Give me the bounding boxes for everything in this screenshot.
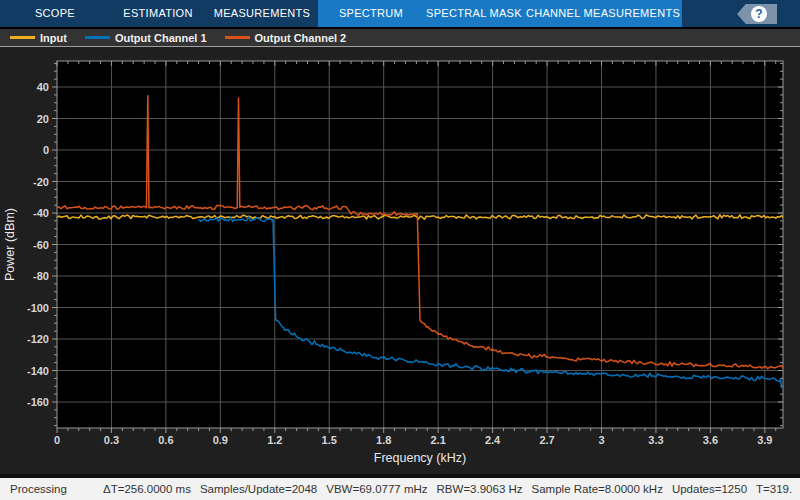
svg-text:-20: -20 <box>33 176 49 188</box>
svg-text:1.8: 1.8 <box>376 434 391 446</box>
spectrum-plot[interactable]: 00.30.60.91.21.51.82.12.42.733.33.63.940… <box>0 48 800 482</box>
tab-channel-measurements[interactable]: CHANNEL MEASUREMENTS <box>524 0 682 27</box>
svg-text:3.3: 3.3 <box>648 434 663 446</box>
svg-text:-140: -140 <box>27 365 49 377</box>
svg-text:1.5: 1.5 <box>322 434 337 446</box>
status-vbw: VBW=69.0777 mHz <box>326 483 427 495</box>
svg-text:-160: -160 <box>27 396 49 408</box>
help-icon: ? <box>751 6 767 22</box>
svg-text:0: 0 <box>54 434 60 446</box>
output-channel-2-line-swatch <box>225 36 250 39</box>
svg-text:0: 0 <box>43 144 49 156</box>
toolstrip-tabbar: SCOPE ESTIMATION MEASUREMENTS SPECTRUM S… <box>0 0 800 27</box>
tab-estimation[interactable]: ESTIMATION <box>110 0 206 27</box>
legend-label: Input <box>40 32 67 44</box>
svg-text:0.3: 0.3 <box>104 434 119 446</box>
status-time: T=319. <box>756 483 792 495</box>
tab-spectrum[interactable]: SPECTRUM <box>318 0 424 27</box>
status-bar: Processing ΔT=256.0000 ms Samples/Update… <box>0 478 800 500</box>
output-channel-1-line-swatch <box>85 36 110 39</box>
help-button[interactable]: ? <box>737 4 777 24</box>
svg-text:-40: -40 <box>33 207 49 219</box>
svg-text:0.9: 0.9 <box>213 434 228 446</box>
svg-text:20: 20 <box>37 113 49 125</box>
status-state: Processing <box>10 483 103 495</box>
svg-text:-100: -100 <box>27 302 49 314</box>
x-tick-labels: 00.30.60.91.21.51.82.12.42.733.33.63.9 <box>54 434 773 446</box>
legend-item-output-channel-1[interactable]: Output Channel 1 <box>85 32 207 44</box>
tab-spectral-mask[interactable]: SPECTRAL MASK <box>424 0 524 27</box>
status-updates: Updates=1250 <box>672 483 747 495</box>
svg-text:-60: -60 <box>33 239 49 251</box>
status-sample-rate: Sample Rate=8.0000 kHz <box>532 483 663 495</box>
svg-text:0.6: 0.6 <box>158 434 173 446</box>
status-rbw: RBW=3.9063 Hz <box>437 483 523 495</box>
x-axis-label: Frequency (kHz) <box>374 451 466 465</box>
svg-text:2.4: 2.4 <box>485 434 501 446</box>
svg-text:3: 3 <box>598 434 604 446</box>
svg-text:2.7: 2.7 <box>539 434 554 446</box>
svg-text:40: 40 <box>37 81 49 93</box>
tab-scope[interactable]: SCOPE <box>0 0 110 27</box>
status-delta-t: ΔT=256.0000 ms <box>103 483 191 495</box>
legend-bar: Input Output Channel 1 Output Channel 2 <box>0 29 800 47</box>
svg-text:-120: -120 <box>27 333 49 345</box>
spectrum-analyzer-window: SCOPE ESTIMATION MEASUREMENTS SPECTRUM S… <box>0 0 800 500</box>
y-tick-labels: 40200-20-40-60-80-100-120-140-160 <box>27 81 49 408</box>
svg-text:1.2: 1.2 <box>267 434 282 446</box>
svg-text:3.9: 3.9 <box>757 434 772 446</box>
tab-measurements[interactable]: MEASUREMENTS <box>206 0 318 27</box>
input-line-swatch <box>10 36 35 39</box>
legend-item-input[interactable]: Input <box>10 32 67 44</box>
svg-text:-80: -80 <box>33 270 49 282</box>
legend-label: Output Channel 2 <box>255 32 347 44</box>
svg-text:2.1: 2.1 <box>431 434 446 446</box>
status-samples-per-update: Samples/Update=2048 <box>200 483 317 495</box>
legend-label: Output Channel 1 <box>115 32 207 44</box>
legend-item-output-channel-2[interactable]: Output Channel 2 <box>225 32 347 44</box>
spectrum-figure: 00.30.60.91.21.51.82.12.42.733.33.63.940… <box>0 48 800 478</box>
y-axis-label: Power (dBm) <box>3 208 17 281</box>
svg-text:3.6: 3.6 <box>703 434 718 446</box>
